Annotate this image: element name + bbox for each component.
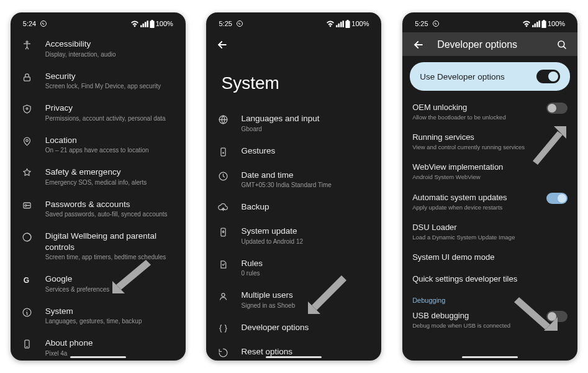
location-icon — [20, 135, 34, 147]
row-subtitle: Display, interaction, audio — [45, 50, 176, 58]
settings-row-location[interactable]: Location On – 21 apps have access to loc… — [11, 129, 186, 161]
row-subtitle: Updated to Android 12 — [241, 237, 371, 246]
row-title: Rules — [241, 258, 371, 269]
toggle[interactable] — [546, 103, 568, 114]
dev-row[interactable]: Running services View and control curren… — [402, 127, 577, 157]
system-row-gesture[interactable]: Gestures — [206, 139, 381, 163]
info-icon — [20, 306, 34, 318]
wifi-icon — [326, 21, 335, 27]
battery-percent: 100% — [548, 20, 565, 27]
medical-icon — [20, 167, 34, 178]
row-title: Automatic system updates — [412, 193, 535, 203]
dev-row[interactable]: System UI demo mode — [402, 247, 577, 269]
settings-row-key[interactable]: Passwords & accounts Saved passwords, au… — [11, 193, 186, 225]
toggle[interactable] — [546, 311, 568, 322]
svg-rect-14 — [221, 148, 225, 156]
svg-point-4 — [26, 139, 29, 142]
nav-handle[interactable] — [462, 356, 518, 359]
dev-row[interactable]: Quick settings developer tiles — [402, 269, 577, 290]
battery-icon — [345, 20, 350, 28]
back-icon[interactable] — [216, 39, 228, 51]
master-toggle-label: Use Developer options — [420, 72, 505, 81]
row-title: Passwords & accounts — [45, 199, 176, 210]
system-row-clock[interactable]: Date and time GMT+05:30 India Standard T… — [206, 163, 381, 196]
section-label-debugging: Debugging — [402, 290, 577, 305]
braces-icon — [216, 322, 230, 334]
privacy-icon — [20, 103, 34, 114]
row-title: WebView implementation — [412, 162, 568, 173]
master-toggle[interactable] — [536, 70, 560, 83]
row-subtitle: Screen time, app timers, bedtime schedul… — [45, 253, 176, 261]
master-toggle-row[interactable]: Use Developer options — [410, 62, 570, 91]
row-subtitle: View and control currently running servi… — [412, 144, 568, 151]
row-subtitle: Load a Dynamic System Update Image — [412, 234, 568, 241]
battery-icon — [541, 20, 546, 28]
row-subtitle: GMT+05:30 India Standard Time — [241, 181, 371, 189]
signal-icon — [336, 21, 344, 27]
nav-handle[interactable] — [266, 356, 322, 359]
status-time: 5:25 — [415, 20, 428, 27]
row-title: Location — [45, 135, 176, 146]
row-title: Quick settings developer tiles — [412, 274, 568, 285]
row-title: OEM unlocking — [412, 103, 535, 113]
svg-point-18 — [222, 293, 225, 297]
row-subtitle: 0 rules — [241, 269, 371, 277]
row-title: Developer options — [241, 322, 371, 333]
page-title: System — [206, 56, 381, 107]
system-row-backup[interactable]: Backup — [206, 195, 381, 219]
row-subtitle: Gboard — [241, 125, 371, 133]
row-title: Running services — [412, 132, 568, 143]
dev-row[interactable]: OEM unlocking Allow the bootloader to be… — [402, 97, 577, 127]
battery-percent: 100% — [351, 20, 369, 27]
row-subtitle: Debug mode when USB is connected — [412, 322, 535, 329]
system-row-braces[interactable]: Developer options — [206, 316, 381, 340]
wifi-icon — [130, 21, 139, 27]
nav-handle[interactable] — [70, 356, 126, 359]
system-row-rules[interactable]: Rules 0 rules — [206, 252, 381, 284]
settings-row-lock[interactable]: Security Screen lock, Find My Device, ap… — [11, 65, 186, 97]
system-row-users[interactable]: Multiple users Signed in as Shoeb — [206, 283, 381, 316]
whatsapp-icon — [236, 20, 243, 27]
settings-row-wellbeing[interactable]: Digital Wellbeing and parental controls … — [11, 224, 186, 267]
lock-icon — [20, 71, 34, 83]
header-title: Developer options — [437, 39, 544, 50]
row-title: DSU Loader — [412, 223, 568, 233]
dev-row[interactable]: DSU Loader Load a Dynamic System Update … — [402, 217, 577, 247]
accessibility-icon — [20, 39, 34, 50]
dev-row[interactable]: WebView implementation Android System We… — [402, 157, 577, 186]
status-time: 5:24 — [23, 20, 36, 27]
wellbeing-icon — [20, 231, 34, 242]
row-title: Digital Wellbeing and parental controls — [45, 231, 176, 252]
back-icon[interactable] — [412, 39, 425, 51]
settings-row-privacy[interactable]: Privacy Permissions, account activity, p… — [11, 96, 186, 129]
svg-point-1 — [26, 41, 28, 43]
svg-text:G: G — [24, 276, 29, 285]
row-title: Security — [45, 71, 176, 82]
svg-point-19 — [433, 21, 438, 27]
whatsapp-icon — [432, 20, 440, 27]
settings-row-accessibility[interactable]: Accessibility Display, interaction, audi… — [11, 32, 186, 65]
row-subtitle: Permissions, account activity, personal … — [45, 114, 176, 122]
whatsapp-icon — [40, 20, 47, 27]
row-subtitle: Emergency SOS, medical info, alerts — [45, 178, 176, 186]
dev-row-usb-debugging[interactable]: USB debugging Debug mode when USB is con… — [402, 305, 577, 335]
dev-row[interactable]: Automatic system updates Apply update wh… — [402, 187, 577, 217]
settings-row-google[interactable]: G Google Services & preferences — [11, 267, 186, 300]
row-title: Accessibility — [45, 39, 176, 50]
status-bar: 5:25 100% — [206, 12, 381, 32]
toggle[interactable] — [546, 193, 568, 204]
system-row-globe[interactable]: Languages and input Gboard — [206, 107, 381, 139]
phone-settings-main: 5:24 100% Accessibility Display, interac… — [11, 12, 186, 361]
settings-list: Accessibility Display, interaction, audi… — [11, 32, 186, 361]
system-row-update[interactable]: System update Updated to Android 12 — [206, 219, 381, 252]
users-icon — [216, 290, 230, 302]
search-icon[interactable] — [556, 39, 568, 50]
reset-icon — [216, 346, 230, 358]
settings-row-medical[interactable]: Safety & emergency Emergency SOS, medica… — [11, 160, 186, 193]
phone-system-page: 5:25 100% System Languages and input Gbo… — [206, 12, 381, 361]
row-title: System UI demo mode — [412, 252, 568, 263]
settings-row-info[interactable]: System Languages, gestures, time, backup — [11, 300, 186, 332]
row-title: Date and time — [241, 170, 371, 181]
row-subtitle: On – 21 apps have access to location — [45, 146, 176, 154]
row-title: Backup — [241, 201, 371, 213]
